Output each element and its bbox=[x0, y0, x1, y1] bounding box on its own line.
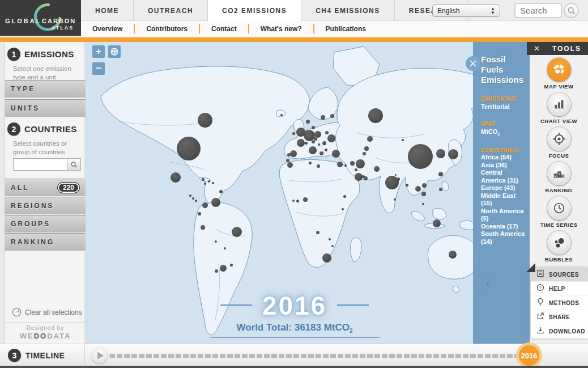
emission-bubble[interactable] bbox=[356, 159, 365, 168]
tools-menu-item-download[interactable]: DOWNLOAD bbox=[531, 324, 588, 339]
clear-selections-button[interactable]: Clear all selections bbox=[12, 307, 82, 317]
emission-bubble[interactable] bbox=[189, 194, 191, 197]
emission-bubble[interactable] bbox=[198, 212, 201, 215]
emission-bubble[interactable] bbox=[304, 130, 315, 141]
emission-bubble[interactable] bbox=[280, 114, 283, 116]
emission-bubble[interactable] bbox=[439, 188, 442, 191]
emission-bubble[interactable] bbox=[397, 177, 400, 181]
emission-bubble[interactable] bbox=[415, 186, 421, 192]
emission-bubble[interactable] bbox=[321, 115, 325, 120]
language-select[interactable]: English ▲▼ bbox=[432, 5, 500, 17]
subnav-item-what-s-new-[interactable]: What's new? bbox=[249, 24, 314, 33]
tool-ranking[interactable]: 213RANKING bbox=[530, 162, 588, 193]
emission-bubble[interactable] bbox=[224, 247, 226, 249]
emission-bubble[interactable] bbox=[198, 113, 212, 128]
nav-tab-ch4-emissions[interactable]: CH4 EMISSIONS bbox=[301, 0, 395, 21]
emission-bubble[interactable] bbox=[436, 149, 445, 158]
emission-bubble[interactable] bbox=[292, 132, 295, 135]
emission-bubble[interactable] bbox=[422, 203, 424, 205]
emission-bubble[interactable] bbox=[312, 126, 315, 129]
emission-bubble[interactable] bbox=[408, 144, 433, 169]
emission-bubble[interactable] bbox=[329, 238, 331, 240]
tool-time-series[interactable]: TIME SERIES bbox=[530, 196, 588, 228]
filter-bar-groups[interactable]: GROUPS bbox=[5, 215, 86, 233]
timeline-year-knob[interactable]: 2016 bbox=[516, 342, 542, 368]
emission-bubble[interactable] bbox=[344, 164, 347, 167]
emission-bubble[interactable] bbox=[355, 173, 363, 181]
emission-bubble[interactable] bbox=[292, 200, 295, 202]
emission-bubble[interactable] bbox=[337, 162, 343, 167]
emission-bubble[interactable] bbox=[177, 137, 201, 160]
subnav-item-publications[interactable]: Publications bbox=[314, 24, 377, 33]
filter-bar-ranking[interactable]: RANKING bbox=[5, 233, 86, 251]
search-button[interactable] bbox=[564, 3, 579, 18]
nav-tab-outreach[interactable]: OUTREACH bbox=[134, 0, 208, 21]
emission-bubble[interactable] bbox=[350, 161, 355, 166]
subnav-item-contributors[interactable]: Contributors bbox=[135, 24, 200, 33]
emission-bubble[interactable] bbox=[367, 136, 373, 142]
tool-map-view[interactable]: MAP VIEW bbox=[530, 58, 588, 90]
emission-bubble[interactable] bbox=[212, 182, 214, 184]
emission-bubble[interactable] bbox=[363, 152, 366, 155]
subnav-item-contact[interactable]: Contact bbox=[200, 24, 249, 33]
tool-focus[interactable]: FOCUS bbox=[530, 127, 588, 159]
emission-bubble[interactable] bbox=[422, 183, 427, 188]
emission-bubble[interactable] bbox=[171, 172, 181, 183]
emission-bubble[interactable] bbox=[287, 162, 293, 168]
timeline-track[interactable] bbox=[109, 354, 521, 358]
emission-bubble[interactable] bbox=[318, 143, 320, 146]
emission-bubble[interactable] bbox=[421, 192, 426, 196]
tools-close-button[interactable]: ✕ bbox=[534, 44, 540, 53]
emission-bubble[interactable] bbox=[230, 264, 233, 267]
zoom-in-button[interactable]: + bbox=[92, 45, 105, 58]
emission-bubble[interactable] bbox=[287, 153, 291, 156]
tool-bubbles[interactable]: BUBBLES bbox=[530, 231, 588, 263]
emission-bubble[interactable] bbox=[208, 180, 210, 183]
emission-bubble[interactable] bbox=[374, 166, 380, 172]
emission-bubble[interactable] bbox=[309, 162, 312, 164]
emission-bubble[interactable] bbox=[448, 149, 458, 159]
filter-bar-type[interactable]: TYPE bbox=[5, 80, 86, 98]
country-search-button[interactable] bbox=[67, 158, 81, 171]
emission-bubble[interactable] bbox=[406, 184, 408, 187]
emission-bubble[interactable] bbox=[219, 190, 223, 193]
filter-bar-regions[interactable]: REGIONS bbox=[5, 197, 86, 215]
emission-bubble[interactable] bbox=[297, 139, 305, 147]
emission-bubble[interactable] bbox=[309, 146, 317, 154]
world-map[interactable]: + − 2016 World Total: 36183 MtCO2 bbox=[85, 42, 531, 344]
emission-bubble[interactable] bbox=[394, 198, 396, 201]
nav-tab-home[interactable]: HOME bbox=[81, 0, 134, 21]
emission-bubble[interactable] bbox=[322, 141, 326, 145]
search-input[interactable] bbox=[514, 3, 562, 18]
emission-bubble[interactable] bbox=[362, 175, 365, 178]
emission-bubble[interactable] bbox=[325, 131, 329, 134]
emission-bubble[interactable] bbox=[204, 183, 206, 185]
logo[interactable]: GLOBAL CARBON ATLAS bbox=[0, 0, 81, 36]
emission-bubble[interactable] bbox=[332, 150, 340, 158]
emission-bubble[interactable] bbox=[364, 146, 369, 151]
emission-bubble[interactable] bbox=[215, 269, 218, 273]
tools-menu-item-sources[interactable]: SOURCES bbox=[531, 268, 588, 282]
emission-bubble[interactable] bbox=[433, 219, 441, 227]
nav-tab-co2-emissions[interactable]: CO2 EMISSIONS bbox=[208, 0, 301, 21]
globe-view-button[interactable] bbox=[108, 45, 121, 58]
tools-menu-item-help[interactable]: ?HELP bbox=[531, 282, 588, 296]
tools-menu-item-methods[interactable]: METHODS bbox=[531, 296, 588, 310]
emission-bubble[interactable] bbox=[342, 208, 344, 210]
emission-bubble[interactable] bbox=[296, 200, 299, 202]
emission-bubble[interactable] bbox=[343, 195, 346, 198]
emission-bubble[interactable] bbox=[306, 120, 310, 124]
play-button[interactable] bbox=[91, 347, 108, 363]
emission-bubble[interactable] bbox=[322, 253, 331, 263]
emission-bubble[interactable] bbox=[303, 197, 308, 202]
emission-bubble[interactable] bbox=[395, 174, 397, 176]
emission-bubble[interactable] bbox=[290, 150, 297, 157]
emission-bubble[interactable] bbox=[220, 265, 227, 272]
country-search-input[interactable] bbox=[13, 158, 67, 171]
tool-chart-view[interactable]: CHART VIEW bbox=[530, 92, 588, 124]
emission-bubble[interactable] bbox=[202, 178, 204, 181]
emission-bubble[interactable] bbox=[201, 225, 205, 230]
zoom-out-button[interactable]: − bbox=[92, 62, 105, 75]
tools-menu-item-share[interactable]: SHARE bbox=[531, 310, 588, 324]
emission-bubble[interactable] bbox=[232, 227, 242, 237]
